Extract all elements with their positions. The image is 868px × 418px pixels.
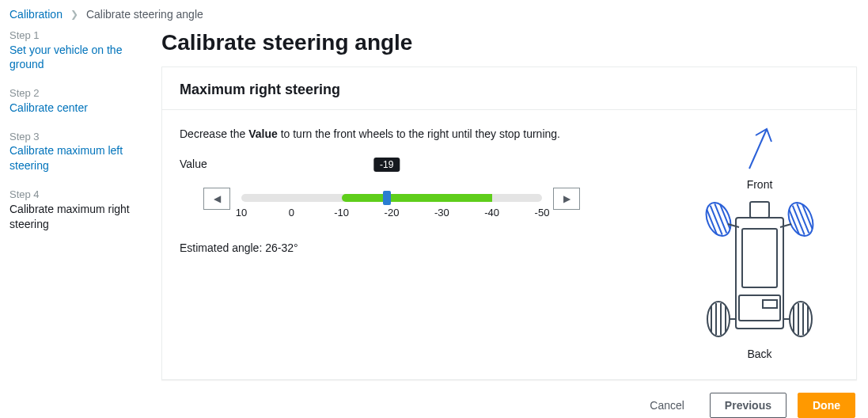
- text: Decrease the: [180, 127, 248, 140]
- page-title: Calibrate steering angle: [161, 25, 857, 66]
- slider-tick: 10: [236, 207, 247, 218]
- text: Estimated angle:: [180, 241, 265, 254]
- svg-point-6: [784, 199, 817, 239]
- wizard-steps: Step 1 Set your vehicle on the ground St…: [0, 25, 150, 416]
- value-label: Value: [180, 158, 680, 170]
- wizard-footer: Cancel Previous Done: [161, 380, 857, 418]
- svg-line-0: [749, 129, 767, 169]
- slider-tick: -30: [434, 207, 449, 218]
- estimated-angle: Estimated angle: 26-32°: [180, 241, 680, 254]
- vehicle-icon: [696, 194, 823, 344]
- step-title: Calibrate center: [9, 101, 141, 116]
- slider-ticks: 100-10-20-30-40-50: [241, 207, 542, 221]
- slider-track[interactable]: [241, 194, 542, 202]
- slider-tick: -40: [484, 207, 499, 218]
- step-label: Step 2: [9, 86, 141, 101]
- breadcrumb: Calibration ❯ Calibrate steering angle: [0, 0, 868, 25]
- svg-rect-29: [763, 300, 777, 308]
- slider-tick: 0: [289, 207, 294, 218]
- slider-tick: -20: [385, 207, 400, 218]
- text: to turn the front wheels to the right un…: [278, 127, 560, 140]
- svg-rect-26: [750, 202, 769, 218]
- step-title: Calibrate maximum right steering: [9, 202, 141, 232]
- calibration-panel: Maximum right steering Decrease the Valu…: [161, 66, 857, 380]
- wizard-step-2[interactable]: Step 2 Calibrate center: [9, 86, 141, 115]
- triangle-left-icon: ◀: [214, 193, 221, 204]
- instruction-text: Decrease the Value to turn the front whe…: [180, 127, 680, 140]
- text-bold: Value: [248, 127, 278, 140]
- breadcrumb-root[interactable]: Calibration: [9, 8, 63, 21]
- slider-track-wrap: -19 100-10-20-30-40-50: [241, 177, 542, 221]
- svg-rect-27: [742, 229, 777, 287]
- back-label: Back: [747, 348, 771, 360]
- value-slider: ◀ -19 100-10-20-30-40-50 ▶: [203, 177, 680, 221]
- slider-tick: -10: [334, 207, 349, 218]
- slider-tooltip: -19: [373, 158, 400, 172]
- done-button[interactable]: Done: [798, 393, 855, 418]
- wizard-step-4: Step 4 Calibrate maximum right steering: [9, 188, 141, 231]
- arrow-up-icon: [740, 120, 779, 175]
- slider-thumb[interactable]: [383, 191, 391, 205]
- wizard-step-1[interactable]: Step 1 Set your vehicle on the ground: [9, 28, 141, 72]
- cancel-button[interactable]: Cancel: [635, 393, 699, 418]
- wizard-step-3[interactable]: Step 3 Calibrate maximum left steering: [9, 130, 141, 173]
- previous-button[interactable]: Previous: [710, 393, 787, 418]
- front-label: Front: [747, 178, 773, 191]
- chevron-right-icon: ❯: [70, 9, 78, 20]
- slider-fill: [342, 194, 492, 202]
- svg-point-1: [702, 199, 735, 239]
- step-label: Step 4: [9, 188, 141, 202]
- step-title: Calibrate maximum left steering: [9, 143, 141, 173]
- slider-tick: -50: [535, 207, 550, 218]
- svg-line-22: [780, 224, 791, 227]
- step-label: Step 1: [9, 28, 141, 43]
- step-title: Set your vehicle on the ground: [9, 43, 141, 73]
- increment-button[interactable]: ▶: [553, 188, 580, 210]
- vehicle-diagram: Front: [680, 120, 839, 363]
- decrement-button[interactable]: ◀: [203, 188, 230, 210]
- panel-title: Maximum right steering: [162, 67, 856, 110]
- step-label: Step 3: [9, 130, 141, 144]
- triangle-right-icon: ▶: [563, 193, 570, 204]
- estimated-angle-value: 26-32°: [265, 241, 298, 254]
- breadcrumb-current: Calibrate steering angle: [86, 8, 203, 21]
